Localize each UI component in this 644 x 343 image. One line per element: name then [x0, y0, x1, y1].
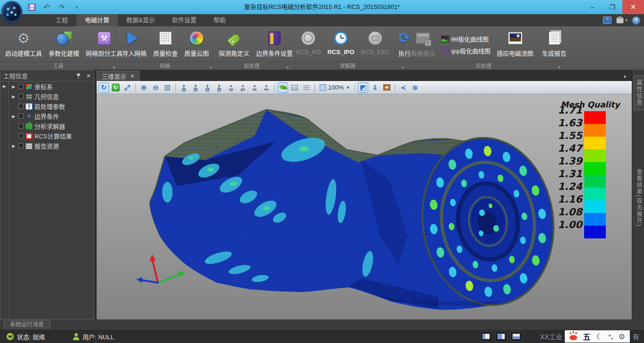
probe-angle-button[interactable]: 探测角定义 [215, 28, 253, 62]
psi-polar-curve-button[interactable]: ψψ极化曲线图 [441, 46, 491, 55]
ribbon-tab-bar: 工程 电磁计算 数据&显示 软件设置 帮助 [0, 14, 644, 26]
zoom-square-icon [320, 84, 326, 91]
ime-moon-icon[interactable]: ☾ [596, 332, 603, 341]
checkbox[interactable] [18, 133, 24, 139]
viewport-tab-strip: 三维显示 ✕ ▼ [97, 70, 632, 81]
tree-item-coordinate-system[interactable]: ▶ 坐标系 [9, 82, 94, 91]
photo-icon [508, 32, 522, 44]
tab-help[interactable]: 帮助 [205, 14, 234, 26]
checkbox[interactable] [18, 94, 24, 99]
rotate-view-button[interactable]: ↻ [99, 82, 109, 93]
import-arrow-icon [127, 32, 144, 45]
tree-item-geometry-info[interactable]: ▶ 几何信息 [9, 91, 94, 101]
tree-item-preprocess-params[interactable]: 前处理参数 [9, 101, 94, 111]
status-bar: 状态: 就绪 用户: NULL XX工业 五 ☾ °, ⚙ 有 [0, 330, 644, 343]
tab-close-icon[interactable]: ✕ [130, 73, 134, 79]
quality-cloud-button[interactable]: 质量云图 [181, 28, 212, 62]
view-device-button[interactable]: ▾ [616, 17, 627, 24]
view-results-tab[interactable]: 查看结果(双击展开) [635, 169, 643, 227]
flat-render-button[interactable] [289, 82, 300, 93]
expander-icon[interactable]: ▶ [11, 84, 17, 89]
tab-em-compute[interactable]: 电磁计算 [76, 14, 118, 26]
tree-item-report-resources[interactable]: ▶ 报告资源 [9, 141, 94, 151]
help-icon[interactable]: ? [632, 16, 640, 24]
layout-bottom-button[interactable] [510, 331, 522, 342]
layout-left-button[interactable] [480, 331, 492, 342]
view-zy-button[interactable]: xzy [226, 82, 236, 93]
import-mesh-button[interactable]: 导入网格 [119, 28, 150, 62]
view-zx-button[interactable]: yzx [190, 82, 201, 93]
tree-item-boundary-condition[interactable]: ▶ 边界条件 [9, 111, 94, 121]
layout-split-button[interactable] [495, 331, 507, 342]
tree-item-solver[interactable]: 分析求解器 [9, 121, 94, 131]
expander-icon[interactable]: ▶ [11, 144, 17, 148]
theta-polar-curve-button[interactable]: θθ极化曲线图 [441, 34, 491, 43]
pan-button[interactable]: ⤢ [122, 82, 132, 93]
expander-icon[interactable]: ▶ [11, 114, 17, 119]
rcs-eec-button[interactable]: RCS_EEC [358, 28, 393, 62]
view-xz-button[interactable]: yxz [179, 82, 189, 93]
panel-close-icon[interactable]: ✕ [86, 73, 91, 79]
expander-icon[interactable]: ▶ [11, 94, 17, 99]
view-iso2-button[interactable]: zxv [261, 82, 272, 93]
legend-swatch [584, 188, 606, 200]
mesh-model[interactable] [97, 94, 632, 319]
ime-mode-button[interactable]: 五 [583, 331, 590, 342]
tab-settings[interactable]: 软件设置 [164, 14, 205, 26]
checkbox[interactable] [18, 123, 24, 129]
gutter-expander-icon[interactable]: ▶ [0, 82, 8, 91]
project-tree: ▶ 坐标系 ▶ 几何信息 前处理参 [9, 82, 94, 319]
ime-punctuation-icon[interactable]: °, [609, 333, 613, 340]
orbit-button[interactable]: ↻ [110, 82, 121, 93]
zoom-out-button[interactable]: ⊖ [150, 82, 161, 93]
quality-check-button[interactable]: 质量检查 [150, 28, 181, 62]
view-zx2-button[interactable]: yzx [214, 82, 224, 93]
restore-button[interactable]: ❐ [603, 0, 622, 14]
tab-3d-display[interactable]: 三维显示 ✕ [97, 71, 140, 81]
system-messages-tab[interactable]: 系统运行消息 [4, 320, 50, 329]
close-button[interactable]: ✕ [622, 0, 644, 14]
app-window: ↶ ↷ ▾ 复杂目标RCS电磁分析软件2015 R1 - RCS_2015031… [0, 0, 644, 343]
property-info-tab[interactable]: 属性信息 [634, 75, 644, 110]
rcs-ipo-button[interactable]: RCS_IPO [324, 28, 357, 62]
share-button[interactable]: ≺ [398, 82, 408, 93]
ime-gear-icon[interactable]: ⚙ [619, 332, 625, 341]
shaded-render-button[interactable] [278, 82, 288, 93]
3d-canvas[interactable]: Mesh Quality 1.71 1.63 1.55 1.47 1.39 1.… [97, 94, 632, 319]
launch-modeler-button[interactable]: ⚙ 启动建模工具 [2, 28, 45, 62]
pin-icon[interactable] [77, 73, 81, 79]
close-view-button[interactable]: ⊗ [410, 82, 420, 93]
view-yx-button[interactable]: zyx [238, 82, 248, 93]
viewport-toolbar: ↻ ↻ ⤢ ⊕ ⊖ ⊡ yxz yzx yxz yzx xzy zyx vxz … [97, 81, 632, 94]
app-logo-icon[interactable] [1, 1, 22, 23]
boundary-settings-button[interactable]: 边界条件设置 [253, 28, 296, 62]
ime-logo-paw-icon[interactable] [570, 335, 577, 340]
checkbox[interactable] [18, 104, 24, 109]
tab-data-display[interactable]: 数据&显示 [118, 14, 164, 26]
main-area: 工程信息 ✕ ▶ ▶ 坐标系 ▶ [0, 70, 644, 319]
tab-project[interactable]: 工程 [47, 14, 76, 26]
zoom-extents-button[interactable]: ⊡ [162, 82, 173, 93]
view-iso1-button[interactable]: vxz [249, 82, 260, 93]
solver-eec-icon [369, 32, 382, 45]
parametric-modeling-button[interactable]: 参数化建模 [45, 28, 83, 62]
rcs-po-button[interactable]: RCS_PO [292, 28, 324, 62]
view-xz2-button[interactable]: yxz [202, 82, 213, 93]
wireframe-button[interactable] [301, 82, 312, 93]
induced-current-map-button[interactable]: 感应电磁流图 [494, 28, 537, 62]
ribbon-collapse-icon[interactable]: ^ [603, 16, 611, 24]
table-display-button[interactable]: 表格展示 [407, 28, 438, 62]
group-label-postprocess: 后处理 [405, 62, 561, 70]
zoom-level-dropdown[interactable]: 100% ▼ [318, 84, 352, 91]
ribbon-group-preprocess: 探测角定义 边界条件设置 前处理 [214, 26, 290, 70]
checkbox[interactable] [18, 84, 24, 89]
tree-item-rcs-results[interactable]: RCS计算结果 [9, 131, 94, 141]
zoom-in-button[interactable]: ⊕ [139, 82, 149, 93]
windows-cascade-button[interactable] [381, 82, 392, 93]
minimize-button[interactable]: – [583, 0, 603, 14]
checkbox[interactable] [18, 143, 24, 148]
fit-view-button[interactable]: ◩ [358, 82, 368, 93]
download-view-button[interactable]: ⇓ [370, 82, 380, 93]
checkbox[interactable] [18, 114, 24, 119]
tab-overflow-icon[interactable]: ▼ [623, 74, 627, 79]
